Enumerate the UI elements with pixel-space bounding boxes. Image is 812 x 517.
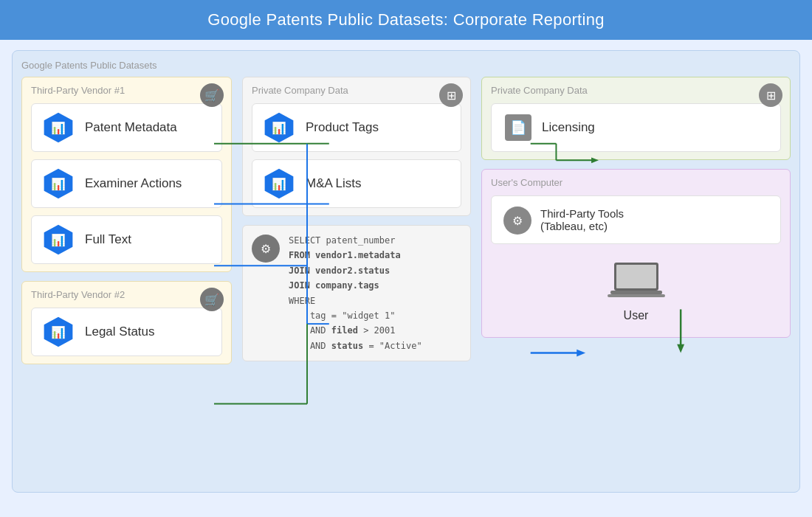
svg-text:📊: 📊 [51,325,66,339]
product-tags-row: 📊 Product Tags [252,103,461,152]
user-label: User [624,309,649,322]
vendor1-box: Third-Party Vendor #1 🛒 📊 Patent Metadat… [21,77,232,272]
circuit-icon: ⚙ [252,235,280,263]
product-tags-icon: 📊 [263,111,295,144]
svg-rect-30 [616,265,656,288]
tools-label: Third-Party Tools(Tableau, etc) [540,207,624,232]
users-computer-title: User's Computer [491,177,781,188]
laptop-svg [607,259,666,303]
doc-icon: 📄 [505,114,531,141]
private2-title: Private Company Data [491,85,781,96]
header: Google Patents Public Datasets: Corporat… [0,0,812,40]
users-computer-box: User's Computer ⚙ Third-Party Tools(Tabl… [481,169,791,338]
tools-row: ⚙ Third-Party Tools(Tableau, etc) [491,195,781,244]
user-section: User [491,251,781,330]
vendor2-title: Third-Party Vendor #2 [31,289,222,300]
vendor2-icon: 🛒 [200,288,224,311]
svg-rect-31 [610,291,662,294]
svg-rect-32 [608,294,665,297]
patent-metadata-row: 📊 Patent Metadata [31,103,222,152]
examiner-actions-row: 📊 Examiner Actions [31,159,222,208]
query-code: SELECT patent_number FROM vendor1.metada… [289,233,422,353]
svg-text:📊: 📊 [51,233,66,247]
page-wrapper: Google Patents Public Datasets: Corporat… [0,0,812,517]
legal-status-icon: 📊 [42,316,75,348]
legal-status-label: Legal Status [85,325,155,339]
header-title: Google Patents Public Datasets: Corporat… [207,10,604,29]
vendor2-box: Third-Party Vendor #2 🛒 📊 Legal Status [21,281,232,364]
svg-text:📊: 📊 [51,121,66,135]
full-text-icon: 📊 [42,223,75,256]
col-mid: Private Company Data ⊞ 📊 Product Tags [242,77,471,484]
vendor1-title: Third-Party Vendor #1 [31,85,222,96]
svg-text:📊: 📊 [272,121,286,135]
private1-title: Private Company Data [252,85,461,96]
licensing-row: 📄 Licensing [491,103,781,152]
ma-lists-row: 📊 M&A Lists [252,159,461,208]
private1-box: Private Company Data ⊞ 📊 Product Tags [242,77,471,216]
patent-metadata-icon: 📊 [42,111,75,144]
full-text-label: Full Text [85,232,131,247]
licensing-label: Licensing [542,120,595,135]
outer-container: Google Patents Public Datasets [12,50,800,493]
ma-lists-label: M&A Lists [306,176,362,191]
private2-box: Private Company Data ⊞ 📄 Licensing [481,77,791,160]
query-icon-row: ⚙ SELECT patent_number FROM vendor1.meta… [252,233,461,353]
private2-icon: ⊞ [759,83,782,107]
legal-status-row: 📊 Legal Status [31,308,222,356]
svg-text:📊: 📊 [272,177,286,191]
examiner-actions-label: Examiner Actions [85,176,182,191]
full-text-row: 📊 Full Text [31,215,222,264]
examiner-actions-icon: 📊 [42,167,75,200]
query-box: ⚙ SELECT patent_number FROM vendor1.meta… [242,225,471,361]
patent-metadata-label: Patent Metadata [85,120,177,135]
ma-lists-icon: 📊 [263,167,295,200]
vendor1-icon: 🛒 [200,83,224,107]
col-left: Third-Party Vendor #1 🛒 📊 Patent Metadat… [21,77,232,484]
svg-text:📊: 📊 [51,177,66,191]
product-tags-label: Product Tags [306,120,379,135]
col-right: Private Company Data ⊞ 📄 Licensing User'… [481,77,791,484]
main-area: Google Patents Public Datasets [0,40,812,517]
outer-label: Google Patents Public Datasets [21,60,791,71]
private1-icon: ⊞ [439,83,463,107]
tools-circuit-icon: ⚙ [503,207,531,235]
